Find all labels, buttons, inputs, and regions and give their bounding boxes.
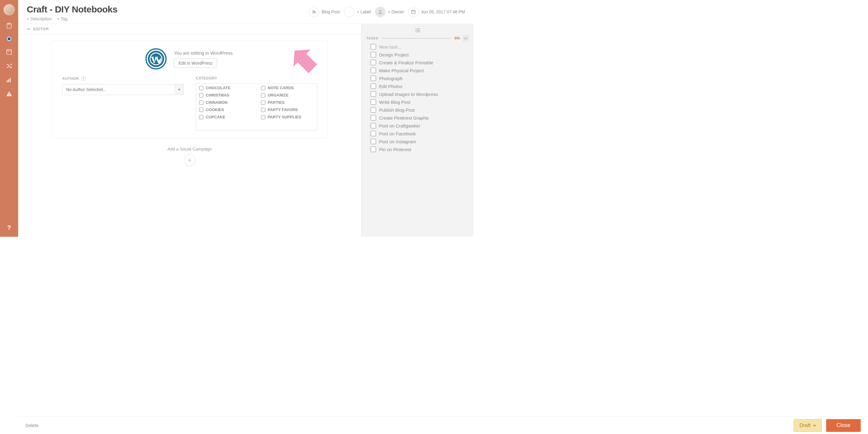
category-item[interactable]: CUPCAKE bbox=[199, 115, 252, 119]
task-checkbox[interactable] bbox=[371, 115, 376, 121]
add-label-text: + Label bbox=[357, 9, 371, 14]
add-tag-link[interactable]: + Tag bbox=[57, 17, 67, 21]
svg-rect-8 bbox=[10, 78, 11, 82]
user-avatar[interactable] bbox=[4, 4, 14, 15]
circle-active-icon[interactable] bbox=[7, 36, 11, 41]
category-checkbox[interactable] bbox=[261, 86, 265, 90]
category-checkbox[interactable] bbox=[261, 108, 265, 112]
category-checkbox[interactable] bbox=[261, 115, 265, 119]
svg-point-11 bbox=[379, 10, 381, 12]
task-item[interactable]: Publish Blog Post bbox=[371, 107, 469, 113]
task-checkbox[interactable] bbox=[371, 123, 376, 128]
category-checkbox[interactable] bbox=[199, 115, 203, 119]
rss-icon bbox=[309, 7, 319, 17]
category-item[interactable]: CINNAMON bbox=[199, 100, 252, 105]
category-checkbox[interactable] bbox=[199, 108, 203, 112]
svg-rect-12 bbox=[411, 10, 415, 14]
topbar: Craft - DIY Notebooks + Description + Ta… bbox=[18, 0, 473, 24]
new-task-checkbox[interactable] bbox=[371, 44, 376, 50]
svg-rect-29 bbox=[464, 39, 467, 39]
task-item[interactable]: Post on Instagram bbox=[371, 139, 469, 144]
task-checkbox[interactable] bbox=[371, 131, 376, 136]
datetime-chip[interactable]: Jun 05, 2017 07:46 PM bbox=[408, 7, 465, 17]
task-item[interactable]: Post on Facebook bbox=[371, 131, 469, 136]
category-item[interactable]: NOTE CARDS bbox=[261, 86, 314, 90]
calendar-small-icon bbox=[408, 7, 418, 17]
svg-rect-9 bbox=[9, 93, 9, 94]
keyboard-icon[interactable] bbox=[463, 35, 469, 41]
page-title[interactable]: Craft - DIY Notebooks bbox=[27, 4, 309, 14]
clipboard-icon[interactable] bbox=[6, 23, 12, 29]
task-item[interactable]: Design Project bbox=[371, 52, 469, 57]
author-input[interactable] bbox=[63, 84, 175, 95]
tasks-panel: TASKS 0% New task... Design ProjectCreat… bbox=[361, 24, 473, 237]
svg-rect-2 bbox=[7, 50, 11, 54]
task-checkbox[interactable] bbox=[371, 84, 376, 89]
category-checkbox[interactable] bbox=[199, 100, 203, 105]
category-item[interactable]: CHOCOLATE bbox=[199, 86, 252, 90]
task-item[interactable]: Write Blog Post bbox=[371, 99, 469, 105]
editor-card: You are editing in WordPress. Edit in Wo… bbox=[52, 41, 328, 138]
help-icon[interactable]: ? bbox=[7, 224, 11, 231]
task-checkbox[interactable] bbox=[371, 147, 376, 152]
author-label: AUTHOR bbox=[62, 76, 79, 81]
author-dropdown-toggle[interactable]: ▼ bbox=[175, 84, 183, 95]
editor-section-header[interactable]: EDITOR bbox=[18, 24, 361, 35]
task-checkbox[interactable] bbox=[371, 52, 376, 57]
task-item[interactable]: Photograph bbox=[371, 75, 469, 81]
category-checkbox[interactable] bbox=[261, 93, 265, 97]
task-item[interactable]: Make Physical Project bbox=[371, 68, 469, 73]
label-chip[interactable]: + Label bbox=[344, 7, 371, 17]
category-item[interactable]: PARTIES bbox=[261, 100, 314, 105]
wordpress-icon bbox=[145, 48, 166, 69]
task-item[interactable]: Pin on Pinterest bbox=[371, 147, 469, 152]
new-task-input[interactable]: New task... bbox=[371, 44, 469, 50]
analytics-icon[interactable] bbox=[6, 76, 12, 83]
svg-rect-25 bbox=[466, 37, 466, 38]
svg-rect-26 bbox=[467, 37, 467, 38]
category-item[interactable]: PARTY FAVORS bbox=[261, 107, 314, 112]
task-checkbox[interactable] bbox=[371, 68, 376, 73]
task-checkbox[interactable] bbox=[371, 91, 376, 97]
task-checkbox[interactable] bbox=[371, 99, 376, 105]
tasks-percent: 0% bbox=[455, 36, 460, 40]
svg-rect-27 bbox=[464, 38, 465, 38]
category-box[interactable]: CHOCOLATECHRISTMASCINNAMONCOOKIESCUPCAKE… bbox=[196, 84, 317, 130]
category-checkbox[interactable] bbox=[261, 100, 265, 105]
add-description-link[interactable]: + Description bbox=[27, 17, 52, 21]
task-item[interactable]: Post on Craftgawker bbox=[371, 123, 469, 128]
svg-rect-7 bbox=[8, 79, 9, 82]
svg-rect-23 bbox=[464, 37, 465, 38]
owner-chip[interactable]: + Owner bbox=[375, 7, 404, 17]
category-item[interactable]: CHRISTMAS bbox=[199, 93, 252, 97]
list-view-icon[interactable] bbox=[415, 28, 420, 32]
post-type-label: Blog Post bbox=[322, 9, 340, 14]
label-circle-icon bbox=[344, 7, 354, 17]
author-select[interactable]: ▼ bbox=[62, 84, 184, 95]
task-item[interactable]: Create Pinterest Graphic bbox=[371, 115, 469, 121]
category-item[interactable]: PARTY SUPPLIES bbox=[261, 115, 314, 119]
category-checkbox[interactable] bbox=[199, 93, 203, 97]
alert-icon[interactable] bbox=[6, 90, 12, 97]
svg-point-22 bbox=[415, 32, 416, 32]
add-social-campaign-label: Add a Social Campaign bbox=[18, 147, 361, 151]
nav-sidebar: ? bbox=[0, 0, 18, 237]
task-item[interactable]: Edit Photos bbox=[371, 84, 469, 89]
author-help-icon[interactable]: ? bbox=[81, 76, 86, 81]
category-checkbox[interactable] bbox=[199, 86, 203, 90]
post-type-chip[interactable]: Blog Post bbox=[309, 7, 340, 17]
shuffle-icon[interactable] bbox=[6, 63, 12, 69]
edit-in-wordpress-button[interactable]: Edit in WordPress bbox=[174, 59, 217, 68]
task-item[interactable]: Upload Images to Wordpress bbox=[371, 91, 469, 97]
task-checkbox[interactable] bbox=[371, 60, 376, 65]
task-item[interactable]: Create & Finalize Printable bbox=[371, 60, 469, 65]
category-item[interactable]: COOKIES bbox=[199, 107, 252, 112]
add-social-button[interactable]: + bbox=[184, 154, 195, 166]
calendar-icon[interactable] bbox=[6, 49, 12, 55]
editor-label: EDITOR bbox=[33, 27, 49, 31]
tasks-heading: TASKS bbox=[366, 36, 378, 40]
category-item[interactable]: ORGANIZE bbox=[261, 93, 314, 97]
task-checkbox[interactable] bbox=[371, 75, 376, 81]
task-checkbox[interactable] bbox=[371, 139, 376, 144]
task-checkbox[interactable] bbox=[371, 107, 376, 113]
